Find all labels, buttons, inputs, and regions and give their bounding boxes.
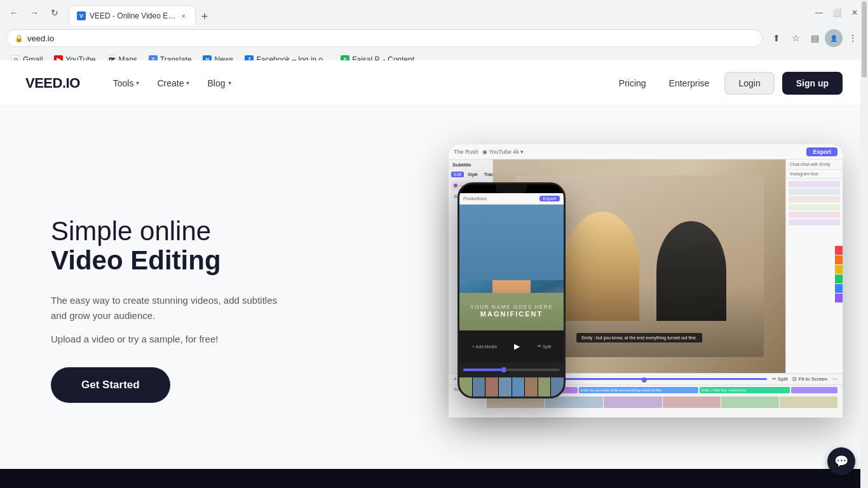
tab-style[interactable]: Style (465, 172, 480, 177)
hero-visual: The Rush ◉ YouTube 4k ▾ Export Subtitle … (318, 132, 843, 488)
minimize-btn[interactable]: — (811, 4, 827, 21)
get-started-button[interactable]: Get Started (51, 367, 170, 403)
tools-chevron-icon: ▾ (136, 79, 139, 86)
lock-icon: 🔒 (15, 34, 24, 43)
hero-section: Simple online Video Editing The easy way… (0, 106, 868, 488)
share-btn[interactable]: ⬆ (768, 29, 785, 47)
address-bar[interactable]: 🔒 veed.io (6, 29, 763, 47)
tab-title: VEED - Online Video Editor - Vid (90, 11, 176, 20)
phone-export-btn[interactable]: Export (539, 196, 560, 201)
bookmark-btn[interactable]: ☆ (787, 29, 804, 47)
split-btn[interactable]: ✂ Split (772, 376, 788, 382)
menu-btn[interactable]: ⋮ (844, 29, 862, 47)
hero-cta-text: Upload a video or try a sample, for free… (51, 334, 318, 344)
nav-forward-btn[interactable]: → (25, 4, 43, 22)
nav-right: Pricing Enterprise Login Sign up (611, 72, 843, 95)
signup-button[interactable]: Sign up (782, 72, 843, 95)
editor-topbar: The Rush ◉ YouTube 4k ▾ Export (449, 144, 843, 159)
editor-right-panel: Chat-chat with Emily Instagram four (785, 159, 843, 373)
nav-refresh-btn[interactable]: ↻ (46, 4, 64, 22)
chat-widget[interactable]: 💬 (827, 447, 855, 475)
hero-title-bold: Video Editing (51, 246, 318, 275)
site-navbar: VEED.IO Tools ▾ Create ▾ Blog ▾ Pricing … (0, 60, 868, 106)
instagram-label: Instagram four (786, 170, 843, 179)
hero-description: The easy way to create stunning videos, … (51, 293, 280, 323)
profile-btn[interactable]: 👤 (825, 29, 843, 47)
scrollbar[interactable] (860, 0, 868, 488)
phone-split-btn[interactable]: Split (543, 344, 552, 349)
tab-favicon: V (77, 11, 86, 20)
nav-create[interactable]: Create ▾ (149, 73, 197, 93)
login-button[interactable]: Login (724, 72, 774, 95)
phone-canvas: YOUR NAME GOES HERE MAGNIFICENT (459, 205, 564, 330)
subtitle-tab: Subtitle (449, 159, 492, 170)
nav-back-btn[interactable]: ← (5, 4, 23, 22)
phone-bottom-bar: + Add Media ▶ ✂ Split (459, 330, 564, 362)
scrollbar-thumb[interactable] (862, 1, 867, 78)
phone-notch (496, 184, 527, 193)
tab-edit[interactable]: Edit (451, 172, 464, 177)
hero-text: Simple online Video Editing The easy way… (51, 217, 318, 403)
browser-tab-active[interactable]: V VEED - Online Video Editor - Vid × (69, 5, 196, 25)
phone-screen: Productions Export (459, 184, 564, 396)
sidebar-btn[interactable]: ▤ (806, 29, 824, 47)
footer-bar (0, 469, 868, 488)
website-content: VEED.IO Tools ▾ Create ▾ Blog ▾ Pricing … (0, 60, 868, 488)
color-bars (835, 246, 843, 302)
nav-blog[interactable]: Blog ▾ (200, 73, 238, 93)
export-btn[interactable]: Export (806, 147, 837, 156)
site-logo[interactable]: VEED.IO (25, 75, 80, 92)
phone-mockup: Productions Export (458, 182, 566, 398)
fit-screen-btn[interactable]: ⊡ Fit to Screen (792, 376, 827, 382)
phone-play-btn[interactable]: ▶ (514, 342, 520, 351)
hero-title-light: Simple online (51, 217, 318, 246)
nav-enterprise[interactable]: Enterprise (661, 73, 717, 93)
subtitle-overlay: Emily : but you know, at the end everyth… (576, 333, 702, 342)
tab-close-btn[interactable]: × (180, 11, 187, 21)
subtitle-panel-tabs: Edit Style Trans... (449, 170, 492, 179)
blog-chevron-icon: ▾ (228, 79, 231, 86)
magnificent-overlay: YOUR NAME GOES HERE MAGNIFICENT (459, 304, 564, 318)
url-text: veed.io (27, 34, 54, 43)
nav-menu: Tools ▾ Create ▾ Blog ▾ (105, 73, 611, 93)
phone-add-media-btn[interactable]: + Add Media (472, 344, 497, 349)
chat-panel-title: Chat-chat with Emily (786, 159, 843, 170)
new-tab-btn[interactable]: + (196, 8, 214, 25)
phone-thumb-row (459, 377, 564, 396)
chat-icon: 💬 (834, 454, 848, 468)
create-chevron-icon: ▾ (186, 79, 189, 86)
phone-timeline (459, 362, 564, 377)
maximize-btn[interactable]: ⬜ (829, 4, 845, 21)
nav-tools[interactable]: Tools ▾ (105, 73, 147, 93)
nav-pricing[interactable]: Pricing (611, 73, 654, 93)
